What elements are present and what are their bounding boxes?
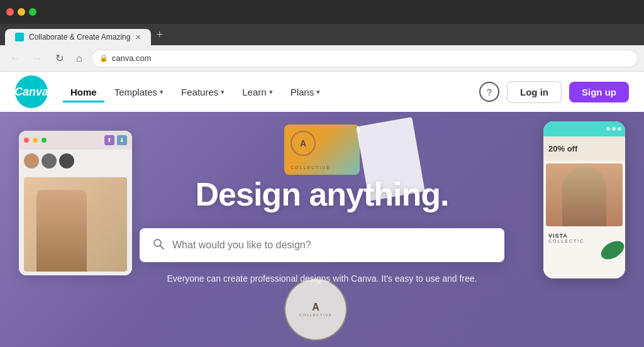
deco-card-letter: A (291, 131, 316, 156)
hero-section: A COLLECTIVE ⬆ ⬇ (0, 112, 644, 347)
hero-subtitle: Everyone can create professional designs… (140, 273, 504, 284)
traffic-lights (6, 8, 36, 16)
tablet-share-icon: ⬆ (104, 135, 114, 145)
tablet-image (24, 177, 127, 272)
phone-content-top: 20% off (543, 136, 625, 161)
phone-image-area (546, 163, 623, 226)
tablet-avatars (19, 150, 132, 172)
plans-chevron-icon: ▾ (316, 88, 320, 96)
search-input[interactable] (172, 240, 492, 251)
hero-title: Design anything. (140, 175, 504, 213)
avatar-2 (42, 153, 57, 168)
deco-circle-bottom: A COLLECTIVE (284, 278, 347, 341)
deco-card-text: COLLECTIVE (291, 165, 331, 170)
tablet-top-bar: ⬆ ⬇ (19, 131, 132, 150)
close-traffic-light[interactable] (6, 8, 14, 16)
navbar: Canva Home Templates ▾ Features ▾ Learn … (0, 72, 644, 112)
nav-item-plans[interactable]: Plans ▾ (283, 82, 328, 102)
canva-logo[interactable]: Canva (15, 75, 48, 108)
browser-tab[interactable]: Collaborate & Create Amazing ✕ (5, 29, 151, 45)
nav-right: ? Log in Sign up (479, 81, 629, 103)
phone-dot-2 (612, 127, 616, 131)
nav-item-home[interactable]: Home (63, 82, 104, 102)
address-bar[interactable]: 🔒 canva.com (91, 50, 638, 67)
phone-screen: 20% off VISTA COLLECTIC (543, 121, 625, 278)
avatar-1 (24, 153, 39, 168)
search-bar (140, 228, 504, 262)
tablet-dot-green (42, 138, 47, 143)
browser-toolbar: ← → ↻ ⌂ 🔒 canva.com (0, 45, 644, 72)
tablet-screen: ⬆ ⬇ (19, 131, 132, 275)
browser-chrome (0, 0, 644, 24)
phone-header (543, 121, 625, 136)
templates-chevron-icon: ▾ (160, 88, 164, 96)
minimize-traffic-light[interactable] (18, 8, 25, 16)
features-chevron-icon: ▾ (221, 88, 225, 96)
deco-card-top: A COLLECTIVE (284, 124, 360, 175)
tab-close-icon[interactable]: ✕ (135, 33, 141, 41)
nav-item-features[interactable]: Features ▾ (174, 82, 232, 102)
avatar-3 (59, 153, 74, 168)
search-icon (152, 238, 165, 253)
back-button[interactable]: ← (6, 50, 24, 67)
deco-tablet: ⬆ ⬇ (19, 131, 132, 275)
login-button[interactable]: Log in (507, 81, 562, 103)
phone-dot-3 (618, 127, 621, 131)
tab-title: Collaborate & Create Amazing (29, 33, 130, 41)
maximize-traffic-light[interactable] (29, 8, 36, 16)
tablet-icons: ⬆ ⬇ (104, 135, 127, 145)
website-content: Canva Home Templates ▾ Features ▾ Learn … (0, 72, 644, 347)
lock-icon: 🔒 (99, 54, 108, 62)
deco-phone: 20% off VISTA COLLECTIC (543, 121, 625, 278)
tablet-content (19, 172, 132, 275)
logo-text: Canva (14, 85, 48, 99)
help-icon: ? (487, 87, 492, 97)
nav-items: Home Templates ▾ Features ▾ Learn ▾ Plan… (63, 82, 479, 102)
templates-label: Templates (114, 87, 157, 97)
tablet-download-icon: ⬇ (117, 135, 127, 145)
nav-item-learn[interactable]: Learn ▾ (235, 82, 280, 102)
svg-point-0 (598, 238, 625, 263)
help-button[interactable]: ? (479, 82, 499, 102)
tablet-dot-red (24, 138, 29, 143)
learn-label: Learn (242, 87, 266, 97)
browser-tab-bar: Collaborate & Create Amazing ✕ + (0, 24, 644, 45)
address-text: canva.com (112, 53, 152, 63)
home-label: Home (70, 87, 97, 97)
phone-dot-1 (606, 127, 610, 131)
tab-favicon-icon (15, 33, 24, 41)
tablet-dot-yellow (33, 138, 38, 143)
signup-button[interactable]: Sign up (569, 82, 629, 102)
phone-discount-label: 20% off (548, 141, 620, 156)
hero-content: Design anything. Everyone can create pro… (140, 175, 504, 284)
home-button[interactable]: ⌂ (72, 50, 86, 67)
refresh-button[interactable]: ↻ (52, 50, 67, 67)
forward-button[interactable]: → (29, 50, 47, 67)
nav-item-templates[interactable]: Templates ▾ (107, 82, 171, 102)
svg-line-2 (160, 245, 164, 249)
learn-chevron-icon: ▾ (269, 88, 273, 96)
plans-label: Plans (291, 87, 314, 97)
leaf-decoration (597, 234, 625, 266)
new-tab-button[interactable]: + (151, 24, 168, 45)
features-label: Features (181, 87, 218, 97)
